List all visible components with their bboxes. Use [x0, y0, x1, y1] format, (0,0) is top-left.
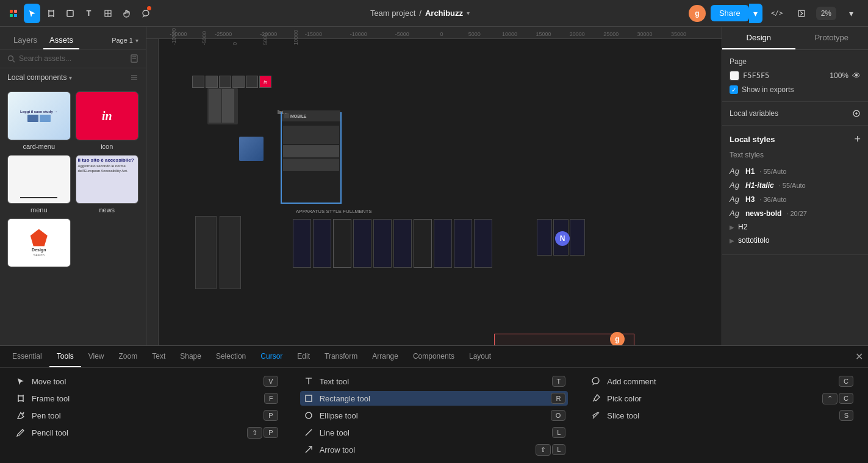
toolbar-tab-view[interactable]: View — [81, 346, 112, 367]
ellipse-tool-key: O — [551, 410, 566, 421]
svg-rect-5 — [49, 11, 54, 16]
canvas-frame-4[interactable] — [220, 216, 241, 289]
tab-design[interactable]: Design — [722, 27, 795, 49]
menu-icon[interactable] — [5, 4, 21, 23]
tool-column-1: Move tool V Frame tool F Pen tool P — [15, 375, 278, 456]
pen-tool-key: P — [264, 410, 278, 421]
more-options-icon[interactable]: ▾ — [841, 4, 861, 23]
local-variables-icon[interactable] — [852, 109, 861, 118]
toolbar-tab-tools[interactable]: Tools — [49, 346, 81, 367]
component-menu[interactable]: menu — [7, 155, 71, 214]
component-sketch[interactable]: Design Sketch — [7, 218, 71, 270]
arrow-tool-keys: ⇧ L — [536, 444, 565, 456]
toolbar-tab-selection[interactable]: Selection — [209, 346, 253, 367]
canvas-frame-1[interactable]: MOBILE — [281, 112, 342, 204]
style-item-sottotitolo[interactable]: ▶ sottotitolo — [730, 234, 861, 247]
svg-point-15 — [9, 56, 13, 60]
hand-tool-btn[interactable] — [118, 4, 135, 23]
toolbar-tab-text[interactable]: Text — [145, 346, 173, 367]
svg-point-34 — [306, 412, 312, 418]
topbar-center: Team project / Archibuzz ▾ — [159, 9, 681, 18]
style-item-news-bold[interactable]: Ag news-bold · 20/27 — [730, 206, 861, 220]
frame-tool-btn[interactable] — [43, 4, 59, 23]
file-name[interactable]: Archibuzz — [425, 9, 463, 18]
pen-tool-row: Pen tool P — [15, 409, 278, 422]
svg-rect-0 — [10, 10, 13, 13]
ellipse-tool-icon — [303, 409, 315, 422]
tab-prototype[interactable]: Prototype — [795, 27, 869, 49]
tab-layers[interactable]: Layers — [7, 32, 43, 49]
move-tool-btn[interactable] — [24, 4, 40, 23]
line-tool-label: Line tool — [320, 428, 548, 437]
page-label[interactable]: Page 1 — [112, 37, 133, 44]
comment-tool-btn[interactable] — [137, 4, 154, 23]
page-section: Page F5F5F5 100% 👁 ✓ Show in exports — [722, 50, 868, 102]
local-components-header: Local components ▾ — [0, 68, 146, 87]
text-tool-key: T — [552, 376, 566, 387]
user-cursor-g: g — [610, 332, 625, 346]
components-grid: Leggi il case study → card-menu in ico — [0, 87, 146, 275]
component-thumb-card-menu: Leggi il case study → — [7, 92, 71, 140]
component-icon[interactable]: in icon — [76, 92, 139, 150]
toolbar-tab-arrange[interactable]: Arrange — [365, 346, 406, 367]
show-exports-checkbox[interactable]: ✓ — [730, 85, 738, 94]
book-icon[interactable] — [130, 54, 138, 63]
user-avatar[interactable]: g — [689, 5, 706, 22]
component-card-menu[interactable]: Leggi il case study → card-menu — [7, 92, 71, 150]
arrow-tool-key: L — [552, 444, 565, 455]
dropdown-arrow[interactable]: ▾ — [749, 4, 762, 23]
pencil-tool-key: P — [264, 427, 278, 438]
toolbar-tabs: Essential Tools View Zoom Text Shape Sel… — [0, 346, 868, 368]
frame-tool-label: Frame tool — [32, 394, 259, 403]
canvas-photo-frame[interactable] — [239, 137, 264, 161]
embed-button[interactable]: </> — [767, 4, 787, 23]
toolbar-tab-edit[interactable]: Edit — [290, 346, 317, 367]
component-thumb-menu — [7, 155, 71, 204]
toolbar-tab-essential[interactable]: Essential — [5, 346, 49, 367]
component-news[interactable]: Il tuo sito è accessibile? Aggiornato se… — [76, 155, 139, 214]
style-item-h2[interactable]: ▶ H2 — [730, 220, 861, 234]
rectangle-tool-key: R — [551, 393, 565, 404]
local-components-label[interactable]: Local components ▾ — [7, 73, 72, 82]
toolbar-tab-components[interactable]: Components — [406, 346, 462, 367]
frame-tool-row: Frame tool F — [15, 392, 278, 404]
pick-color-keys: ⌃ C — [822, 393, 853, 404]
toolbar-tab-transform[interactable]: Transform — [317, 346, 365, 367]
add-local-style-button[interactable]: + — [854, 133, 861, 146]
chevron-down-icon[interactable]: ▾ — [467, 10, 470, 16]
pen-tool-label: Pen tool — [32, 411, 259, 420]
project-name: Team project — [370, 9, 415, 18]
canvas-frame-3[interactable] — [195, 216, 217, 289]
tab-assets[interactable]: Assets — [43, 32, 79, 49]
slice-tool-row: Slice tool S — [590, 409, 853, 422]
present-button[interactable] — [792, 4, 811, 23]
list-icon[interactable] — [130, 73, 138, 82]
svg-rect-14 — [798, 10, 805, 16]
text-styles-label: Text styles — [730, 151, 861, 159]
toolbar-tab-shape[interactable]: Shape — [173, 346, 209, 367]
text-tool-btn[interactable]: T — [81, 4, 97, 23]
toolbar-tab-zoom[interactable]: Zoom — [112, 346, 145, 367]
toolbar-tab-cursor[interactable]: Cursor — [253, 346, 290, 367]
ellipse-tool-label: Ellipse tool — [320, 411, 546, 420]
svg-point-4 — [14, 14, 17, 17]
component-label-card-menu: card-menu — [23, 143, 55, 150]
style-item-h1[interactable]: Ag H1 · 55/Auto — [730, 164, 861, 178]
eye-icon[interactable]: 👁 — [852, 71, 861, 81]
toolbar-tab-layout[interactable]: Layout — [462, 346, 498, 367]
zoom-level[interactable]: 2% — [816, 7, 836, 20]
toolbar-close-button[interactable]: ✕ — [855, 351, 863, 362]
local-variables-row: Local variables — [730, 109, 861, 118]
page-color-swatch[interactable] — [730, 71, 739, 81]
page-chevron-icon[interactable]: ▾ — [135, 37, 138, 44]
component-thumb-icon: in — [76, 92, 139, 140]
shape-tool-btn[interactable] — [62, 4, 78, 23]
opacity-value: 100% — [830, 71, 848, 80]
grid-tool-btn[interactable] — [99, 4, 116, 23]
canvas-frame-2[interactable] — [207, 88, 238, 124]
style-item-h1-italic[interactable]: Ag H1-italic · 55/Auto — [730, 178, 861, 192]
share-button[interactable]: Share — [711, 5, 749, 21]
component-label-menu: menu — [30, 206, 48, 214]
style-item-h3[interactable]: Ag H3 · 36/Auto — [730, 192, 861, 206]
search-input[interactable] — [19, 54, 126, 63]
